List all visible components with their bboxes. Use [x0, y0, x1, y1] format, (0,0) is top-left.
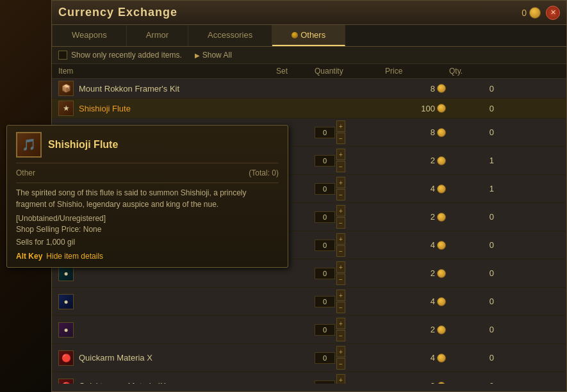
price-cell: 4 — [385, 297, 449, 306]
qty-plus[interactable]: + — [336, 290, 345, 301]
result-qty: 1 — [449, 184, 500, 193]
price-cell: 2 — [385, 156, 449, 165]
qty-plus[interactable]: + — [336, 346, 345, 357]
qty-input[interactable] — [315, 296, 335, 307]
qty-cell: + − — [315, 290, 385, 313]
qty-plus[interactable]: + — [336, 205, 345, 216]
item-icon: ● — [58, 266, 74, 281]
price-cell: 4 — [385, 353, 449, 363]
price-value: 8 — [431, 84, 435, 94]
coin-count: 0 — [522, 7, 541, 19]
qty-cell: + − — [315, 205, 385, 229]
price-value: 8 — [431, 127, 435, 137]
qty-minus[interactable]: − — [336, 217, 345, 229]
table-row[interactable]: ★ Shishioji Flute 100 0 — [52, 99, 566, 118]
price-cell: 2 — [385, 212, 449, 222]
qty-plus[interactable]: + — [336, 261, 345, 273]
qty-minus[interactable]: − — [336, 274, 345, 285]
result-qty: 1 — [449, 156, 500, 165]
item-tooltip: 🎵 Shishioji Flute Other (Total: 0) The s… — [6, 125, 288, 268]
price-value: 100 — [421, 104, 435, 113]
table-row[interactable]: ● + − 2 0 — [52, 316, 566, 344]
item-name: Shishioji Flute — [79, 104, 131, 113]
qty-plus[interactable]: + — [336, 149, 345, 160]
tab-others[interactable]: Others — [272, 25, 345, 46]
result-qty: 0 — [449, 240, 500, 250]
show-all-label: Show All — [202, 51, 232, 60]
item-name: Quickarm Materia X — [79, 353, 152, 363]
table-row[interactable]: 🔴 Quicktongue Materia IX + − 2 0 — [52, 372, 566, 384]
coin-icon — [529, 7, 541, 19]
col-set: Set — [276, 67, 315, 76]
qty-input[interactable] — [315, 127, 335, 138]
item-icon: ● — [58, 322, 74, 338]
qty-cell: + − — [315, 177, 385, 200]
table-row[interactable]: ● + − 4 0 — [52, 288, 566, 316]
qty-minus[interactable]: − — [336, 358, 345, 370]
item-name: Quicktongue Materia IX — [79, 381, 166, 384]
tooltip-hotkey-hint: Alt Key Hide item details — [16, 252, 279, 261]
show-all-arrow: ▶ — [195, 52, 200, 59]
hotkey-action: Hide item details — [46, 252, 103, 261]
price-value: 4 — [431, 353, 435, 363]
result-qty: 0 — [449, 268, 500, 278]
qty-input[interactable] — [315, 155, 335, 167]
item-cell: ● — [58, 294, 276, 309]
qty-input[interactable] — [315, 352, 335, 364]
price-value: 2 — [431, 325, 435, 334]
qty-plus[interactable]: + — [336, 374, 345, 384]
qty-input[interactable] — [315, 183, 335, 195]
qty-plus[interactable]: + — [336, 233, 345, 245]
tooltip-header: 🎵 Shishioji Flute — [16, 132, 279, 163]
table-row[interactable]: 🔴 Quickarm Materia X + − 4 0 — [52, 344, 566, 372]
price-value: 4 — [431, 184, 435, 193]
title-right: 0 ✕ — [522, 6, 560, 20]
tab-armor[interactable]: Armor — [127, 25, 188, 46]
qty-buttons: + − — [336, 261, 345, 285]
qty-input[interactable] — [315, 240, 335, 251]
qty-minus[interactable]: − — [336, 189, 345, 200]
qty-input[interactable] — [315, 211, 335, 223]
item-cell: 🔴 Quicktongue Materia IX — [58, 379, 276, 384]
qty-plus[interactable]: + — [336, 177, 345, 188]
item-icon: ★ — [58, 101, 74, 116]
tab-weapons[interactable]: Weapons — [52, 25, 127, 46]
item-icon: 🔴 — [58, 350, 74, 366]
recently-added-checkbox[interactable] — [58, 51, 67, 60]
price-value: 4 — [431, 240, 435, 250]
price-cell: 8 — [385, 84, 449, 94]
col-item: Item — [58, 67, 276, 76]
tooltip-sell-price: Shop Selling Price: None — [16, 225, 279, 234]
qty-buttons: + − — [336, 318, 345, 341]
price-cell: 2 — [385, 325, 449, 334]
qty-input[interactable] — [315, 268, 335, 279]
qty-buttons: + − — [336, 290, 345, 313]
recently-added-label: Show only recently added items. — [71, 51, 182, 60]
price-value: 4 — [431, 297, 435, 306]
tooltip-status: [Unobtained/Unregistered] — [16, 214, 279, 223]
coin-count-value: 0 — [522, 8, 527, 18]
item-icon: ● — [58, 294, 74, 309]
qty-buttons: + − — [336, 120, 345, 144]
close-button[interactable]: ✕ — [546, 6, 560, 20]
qty-cell: + − — [315, 149, 385, 172]
qty-input[interactable] — [315, 324, 335, 336]
filter-row: Show only recently added items. ▶ Show A… — [52, 47, 566, 64]
tooltip-total: (Total: 0) — [249, 168, 279, 177]
col-price: Price — [385, 67, 449, 76]
qty-minus[interactable]: − — [336, 302, 345, 313]
qty-plus[interactable]: + — [336, 318, 345, 329]
qty-minus[interactable]: − — [336, 245, 345, 257]
qty-plus[interactable]: + — [336, 120, 345, 132]
table-row[interactable]: 📦 Mount Rokkon Framer's Kit 8 0 — [52, 79, 566, 99]
show-all-link[interactable]: ▶ Show All — [195, 51, 232, 60]
table-header: Item Set Quantity Price Qty. — [52, 64, 566, 79]
qty-minus[interactable]: − — [336, 133, 345, 144]
qty-minus[interactable]: − — [336, 330, 345, 341]
qty-minus[interactable]: − — [336, 161, 345, 172]
qty-cell: + − — [315, 374, 385, 384]
qty-input[interactable] — [315, 380, 335, 384]
price-cell: 2 — [385, 381, 449, 384]
tab-accessories[interactable]: Accessories — [188, 25, 272, 46]
tooltip-item-name: Shishioji Flute — [48, 139, 118, 151]
